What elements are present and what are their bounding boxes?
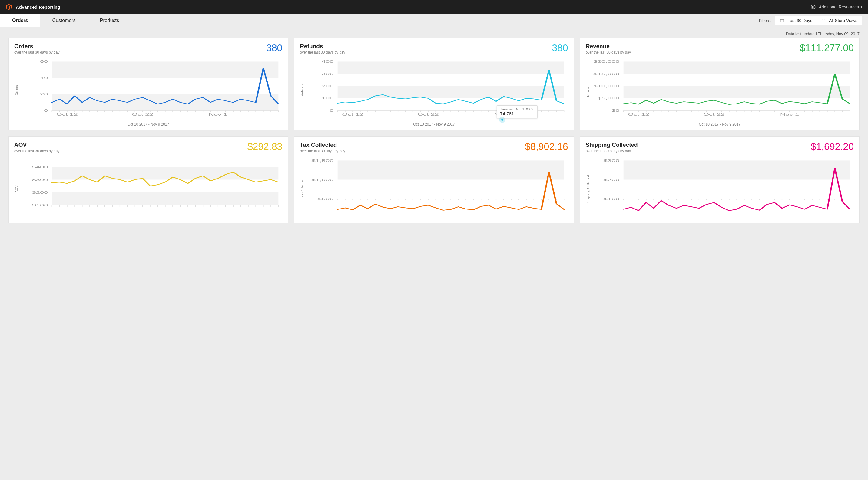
filter-date-range-button[interactable]: Last 30 Days	[775, 16, 817, 26]
chart-wrap: AOV $100$200$300$400	[14, 159, 282, 219]
svg-text:$15,000: $15,000	[593, 72, 619, 75]
svg-text:$300: $300	[603, 159, 619, 163]
svg-text:$20,000: $20,000	[593, 60, 619, 63]
tab-bar: OrdersCustomersProducts Filters: Last 30…	[0, 14, 868, 27]
card-value: $1,692.20	[811, 142, 854, 151]
svg-rect-202	[623, 161, 850, 179]
filter-group: Last 30 Days All Store Views	[775, 16, 862, 26]
svg-text:200: 200	[322, 84, 334, 88]
svg-rect-87	[623, 62, 850, 73]
topbar-left: Advanced Reporting	[5, 4, 60, 10]
card-aov: AOV over the last 30 days by day $292.83…	[8, 137, 288, 223]
chart-svg: 0100200300400Oct 12Oct 22Nov 1	[305, 60, 568, 121]
tab-orders[interactable]: Orders	[0, 14, 40, 27]
chart-inner[interactable]: $100$200$300$400	[19, 159, 282, 219]
chart-svg: $100$200$300	[591, 159, 854, 219]
chart-wrap: Revenue $0$5,000$10,000$15,000$20,000Oct…	[586, 60, 854, 121]
card-title: AOV	[14, 142, 59, 148]
svg-text:0: 0	[330, 109, 334, 112]
chart-wrap: Tax Collected $500$1,000$1,500	[300, 159, 568, 219]
svg-text:$400: $400	[32, 165, 48, 169]
chart-date-range: Oct 10 2017 - Nov 9 2017	[14, 122, 282, 127]
card-orders: Orders over the last 30 days by day 380 …	[8, 38, 288, 131]
tabs: OrdersCustomersProducts	[0, 14, 131, 27]
svg-text:Nov 1: Nov 1	[209, 112, 227, 116]
card-header: Shipping Collected over the last 30 days…	[586, 142, 854, 153]
card-value: $8,902.16	[525, 142, 568, 151]
y-axis-label: Revenue	[586, 60, 591, 121]
app-title: Advanced Reporting	[16, 4, 60, 10]
card-subtitle: over the last 30 days by day	[14, 149, 59, 153]
svg-text:$100: $100	[32, 203, 48, 207]
svg-text:$200: $200	[32, 191, 48, 194]
svg-text:100: 100	[322, 97, 334, 100]
card-value: 380	[552, 43, 568, 53]
chart-svg: $0$5,000$10,000$15,000$20,000Oct 12Oct 2…	[591, 60, 854, 121]
card-header: Tax Collected over the last 30 days by d…	[300, 142, 568, 153]
chart-inner[interactable]: $0$5,000$10,000$15,000$20,000Oct 12Oct 2…	[591, 60, 854, 121]
svg-text:$5,000: $5,000	[597, 97, 619, 100]
card-header: AOV over the last 30 days by day $292.83	[14, 142, 282, 153]
cards-grid: Orders over the last 30 days by day 380 …	[0, 38, 868, 232]
chart-date-range: Oct 10 2017 - Nov 9 2017	[300, 122, 568, 127]
tab-customers[interactable]: Customers	[40, 14, 88, 27]
card-refunds: Refunds over the last 30 days by day 380…	[294, 38, 574, 131]
filter-store-view-button[interactable]: All Store Views	[817, 16, 862, 26]
chart-date-range: Oct 10 2017 - Nov 9 2017	[586, 122, 854, 127]
chart-inner[interactable]: $500$1,000$1,500	[305, 159, 568, 219]
svg-text:300: 300	[322, 72, 334, 75]
svg-text:$1,500: $1,500	[312, 159, 334, 163]
card-subtitle: over the last 30 days by day	[586, 149, 638, 153]
chart-wrap: Refunds 0100200300400Oct 12Oct 22Nov 1 T…	[300, 60, 568, 121]
svg-text:Nov 1: Nov 1	[494, 112, 513, 116]
card-header: Revenue over the last 30 days by day $11…	[586, 43, 854, 55]
chart-wrap: Orders 0204060Oct 12Oct 22Nov 1	[14, 60, 282, 121]
svg-text:$10,000: $10,000	[593, 84, 619, 88]
data-last-updated: Data last updated Thursday, Nov 09, 2017	[0, 27, 868, 38]
svg-rect-2	[780, 19, 784, 22]
storefront-icon	[821, 18, 826, 23]
chart-inner[interactable]: $100$200$300	[591, 159, 854, 219]
chart-inner[interactable]: 0204060Oct 12Oct 22Nov 1	[19, 60, 282, 121]
svg-text:Nov 1: Nov 1	[780, 112, 799, 116]
filters-label: Filters:	[759, 18, 771, 23]
svg-text:Oct 22: Oct 22	[132, 112, 153, 116]
card-title: Refunds	[300, 43, 345, 49]
svg-rect-86	[623, 86, 850, 98]
card-value: $292.83	[247, 142, 283, 151]
svg-point-1	[812, 6, 814, 8]
svg-text:400: 400	[322, 60, 334, 63]
card-value: 380	[266, 43, 282, 53]
card-title: Shipping Collected	[586, 142, 638, 148]
chart-svg: 0204060Oct 12Oct 22Nov 1	[19, 60, 282, 121]
card-revenue: Revenue over the last 30 days by day $11…	[580, 38, 860, 131]
card-subtitle: over the last 30 days by day	[300, 50, 345, 55]
lifebuoy-icon	[810, 4, 816, 10]
svg-text:$100: $100	[603, 197, 619, 201]
card-subtitle: over the last 30 days by day	[586, 50, 631, 55]
y-axis-label: Shipping Collected	[586, 159, 591, 219]
card-title: Tax Collected	[300, 142, 345, 148]
card-subtitle: over the last 30 days by day	[300, 149, 345, 153]
chart-inner[interactable]: 0100200300400Oct 12Oct 22Nov 1 Tuesday, …	[305, 60, 568, 121]
card-header: Refunds over the last 30 days by day 380	[300, 43, 568, 55]
filter-date-range-label: Last 30 Days	[787, 18, 812, 23]
additional-resources-link[interactable]: Additional Resources >	[810, 4, 863, 10]
card-title: Orders	[14, 43, 59, 49]
y-axis-label: AOV	[14, 159, 19, 219]
additional-resources-label: Additional Resources >	[819, 4, 863, 9]
svg-text:$0: $0	[612, 109, 620, 112]
svg-text:Oct 22: Oct 22	[703, 112, 724, 116]
svg-text:20: 20	[40, 93, 48, 96]
tab-products[interactable]: Products	[88, 14, 131, 27]
card-title: Revenue	[586, 43, 631, 49]
svg-text:0: 0	[44, 109, 48, 112]
svg-text:Oct 22: Oct 22	[417, 112, 439, 116]
svg-text:$500: $500	[318, 197, 334, 201]
svg-text:Oct 12: Oct 12	[342, 112, 364, 116]
calendar-icon	[780, 18, 784, 23]
svg-text:Oct 12: Oct 12	[56, 112, 78, 116]
svg-rect-4	[52, 62, 279, 78]
svg-text:$300: $300	[32, 178, 48, 181]
y-axis-label: Orders	[14, 60, 19, 121]
